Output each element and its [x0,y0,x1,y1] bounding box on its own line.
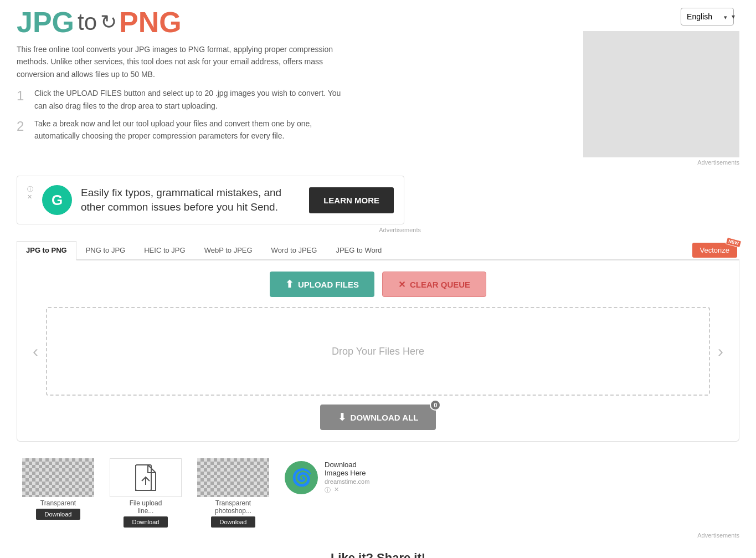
drop-area-label: Drop Your Files Here [332,346,424,357]
thumb-img-2 [110,458,182,497]
thumb-download-btn-2[interactable]: Download [124,516,168,528]
tab-vectorizer[interactable]: Vectorize NEW [692,243,737,258]
clear-queue-button[interactable]: ✕ CLEAR QUEUE [382,272,486,297]
tab-jpeg-to-word[interactable]: JPEG to Word [326,241,391,259]
thumb-item-1: Transparent Download [17,458,100,520]
bottom-thumbnails: Transparent Download File uploadline... … [0,453,756,532]
carousel-next-arrow[interactable]: › [713,339,728,364]
download-count-badge: 0 [430,400,441,411]
dreamstime-info: DownloadImages Here dreamstime.com ⓘ ✕ [325,460,369,494]
thumb-label-3: Transparentphotoshop... [215,497,251,516]
grammarly-ad: ⓘ ✕ G Easily fix typos, grammatical mist… [17,176,404,224]
download-icon: ⬇ [338,411,346,423]
tabs-bar: JPG to PNG PNG to JPG HEIC to JPG WebP t… [17,241,739,260]
tab-heic-to-jpg[interactable]: HEIC to JPG [135,241,194,259]
download-all-button[interactable]: ⬇ DOWNLOAD ALL 0 [320,405,436,430]
thumb-img-1 [22,458,94,497]
step-2-text: Take a break now and let our tool upload… [34,117,349,142]
logo-arrow: ↻ [100,12,117,32]
tab-webp-to-jpeg[interactable]: WebP to JPEG [195,241,262,259]
upload-icon: ⬆ [285,278,294,290]
dreamstime-logo-icon: 🌀 [285,461,318,494]
converter-box: ⬆ UPLOAD FILES ✕ CLEAR QUEUE ‹ Drop Your… [17,260,739,442]
carousel-prev-arrow[interactable]: ‹ [28,339,43,364]
thumb-item-2: File uploadline... Download [104,458,187,528]
tab-word-to-jpeg[interactable]: Word to JPEG [262,241,327,259]
thumb-download-btn-3[interactable]: Download [211,516,256,528]
drop-area[interactable]: Drop Your Files Here [46,307,710,396]
logo-jpg: JPG [17,8,74,37]
converter-buttons: ⬆ UPLOAD FILES ✕ CLEAR QUEUE [28,272,728,297]
step-1: 1 Click the UPLOAD FILES button and sele… [17,87,349,112]
grammarly-learn-more-button[interactable]: LEARN MORE [309,187,394,213]
grammarly-ad-label: Advertisements [17,227,421,233]
thumb-item-3: Transparentphotoshop... Download [192,458,275,528]
grammarly-info-icons: ⓘ ✕ [27,185,33,201]
tab-jpg-to-png[interactable]: JPG to PNG [17,241,76,260]
logo-png: PNG [119,8,182,37]
dreamstime-close-icon[interactable]: ✕ [334,486,339,494]
dreamstime-ad[interactable]: 🌀 DownloadImages Here dreamstime.com ⓘ ✕ [285,460,369,494]
tab-png-to-jpg[interactable]: PNG to JPG [76,241,135,259]
ad-box-right [583,31,739,157]
thumb-img-3 [197,458,269,497]
info-icon[interactable]: ⓘ [27,185,33,193]
description-text: This free online tool converts your JPG … [17,43,349,80]
close-icon[interactable]: ✕ [27,193,33,201]
ad-label-right: Advertisements [697,159,739,166]
tabs-section: JPG to PNG PNG to JPG HEIC to JPG WebP t… [17,241,739,260]
dreamstime-site: dreamstime.com [325,478,369,485]
drop-area-wrapper: ‹ Drop Your Files Here › [28,307,728,396]
language-select[interactable]: English Español Français Deutsch [681,8,734,25]
dreamstime-label: DownloadImages Here [325,460,369,477]
download-all-wrapper: ⬇ DOWNLOAD ALL 0 [28,405,728,430]
step-1-text: Click the UPLOAD FILES button and select… [34,87,349,112]
step-2-num: 2 [17,117,27,142]
dreamstime-info-icon[interactable]: ⓘ [325,486,331,494]
step-2: 2 Take a break now and let our tool uplo… [17,117,349,142]
logo: JPG to ↻ PNG [17,8,568,37]
upload-files-button[interactable]: ⬆ UPLOAD FILES [270,272,374,297]
like-section: Like it? Share it! f t d [0,542,756,558]
file-upload-icon [135,464,157,492]
dreamstime-icons: ⓘ ✕ [325,486,369,494]
grammarly-text: Easily fix typos, grammatical mistakes, … [81,186,300,214]
like-title: Like it? Share it! [0,551,756,558]
thumb-label-2: File uploadline... [130,497,162,516]
dreamstime-ad-label: Advertisements [0,532,756,539]
thumb-label-1: Transparent [40,497,76,509]
steps-list: 1 Click the UPLOAD FILES button and sele… [17,87,568,142]
header-right: English Español Français Deutsch ▾ Adver… [579,8,739,166]
step-1-num: 1 [17,87,27,112]
clear-icon: ✕ [398,279,405,290]
svg-rect-0 [136,465,151,490]
grammarly-logo-icon: G [42,185,72,215]
grammarly-g: G [52,192,63,209]
spiral-icon: 🌀 [291,468,312,487]
thumb-download-btn-1[interactable]: Download [36,509,81,520]
logo-to: to [78,11,97,34]
